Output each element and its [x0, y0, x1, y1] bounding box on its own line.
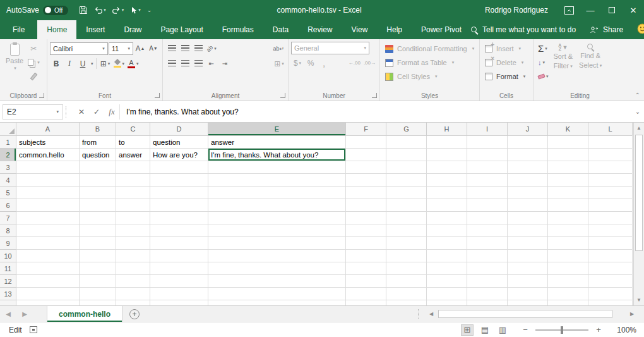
middle-align-button[interactable]: [179, 42, 191, 55]
cell-E5[interactable]: [208, 187, 346, 199]
row-header-4[interactable]: 4: [0, 174, 16, 187]
zoom-slider[interactable]: [535, 329, 588, 331]
cell-I5[interactable]: [467, 187, 508, 199]
accounting-format-button[interactable]: $▾: [291, 56, 304, 70]
tab-page-layout[interactable]: Page Layout: [151, 20, 212, 39]
close-button[interactable]: ✕: [623, 0, 644, 20]
cell-partial[interactable]: [80, 300, 116, 305]
cell-L12[interactable]: [588, 275, 633, 288]
horizontal-scroll-thumb[interactable]: [438, 310, 612, 318]
cell-D3[interactable]: [150, 161, 208, 174]
insert-function-button[interactable]: fx: [104, 104, 119, 119]
cell-L3[interactable]: [588, 161, 633, 174]
name-box[interactable]: E2 ▾: [3, 104, 63, 119]
tab-formulas[interactable]: Formulas: [213, 20, 263, 39]
underline-dropdown-icon[interactable]: ▾: [91, 61, 93, 66]
cell-G2[interactable]: [386, 149, 427, 161]
cell-F13[interactable]: [346, 288, 386, 300]
cell-F3[interactable]: [346, 161, 386, 174]
cell-E4[interactable]: [208, 174, 346, 187]
row-header-3[interactable]: 3: [0, 161, 16, 174]
cell-K4[interactable]: [548, 174, 588, 187]
zoom-level[interactable]: 100%: [612, 326, 636, 334]
bottom-align-button[interactable]: [192, 42, 205, 55]
tab-review[interactable]: Review: [298, 20, 342, 39]
percent-style-button[interactable]: %: [304, 56, 317, 70]
sheet-tab-common-hello[interactable]: common-hello: [47, 306, 122, 322]
cell-G8[interactable]: [386, 224, 427, 237]
cell-C1[interactable]: to: [116, 136, 150, 149]
cell-I3[interactable]: [467, 161, 508, 174]
cell-E12[interactable]: [208, 275, 346, 288]
cell-F9[interactable]: [346, 237, 386, 250]
cell-L5[interactable]: [588, 187, 633, 199]
number-dialog-launcher[interactable]: [372, 93, 377, 98]
cell-F5[interactable]: [346, 187, 386, 199]
borders-button[interactable]: ⊞▾: [99, 57, 112, 70]
cell-C4[interactable]: [116, 174, 150, 187]
cell-E7[interactable]: [208, 212, 346, 224]
previous-sheet-button[interactable]: ◀: [0, 306, 16, 322]
cell-G3[interactable]: [386, 161, 427, 174]
cell-partial[interactable]: [427, 300, 467, 305]
delete-cells-button[interactable]: × Delete ▾: [482, 56, 530, 70]
column-header-D[interactable]: D: [150, 123, 208, 136]
cell-E11[interactable]: [208, 262, 346, 275]
cell-B5[interactable]: [80, 187, 116, 199]
comma-style-button[interactable]: ,: [318, 56, 330, 70]
cell-C9[interactable]: [116, 237, 150, 250]
share-button[interactable]: Share: [590, 25, 623, 34]
enter-button[interactable]: ✓: [89, 104, 104, 119]
cell-J11[interactable]: [508, 262, 548, 275]
cell-D9[interactable]: [150, 237, 208, 250]
cell-G1[interactable]: [386, 136, 427, 149]
user-name[interactable]: Rodrigo Rodriguez: [485, 6, 548, 15]
cell-partial[interactable]: [386, 300, 427, 305]
clipboard-dialog-launcher[interactable]: [39, 93, 44, 98]
cell-K8[interactable]: [548, 224, 588, 237]
cell-J3[interactable]: [508, 161, 548, 174]
cell-B9[interactable]: [80, 237, 116, 250]
cell-A3[interactable]: [16, 161, 80, 174]
cell-J7[interactable]: [508, 212, 548, 224]
maximize-button[interactable]: [601, 0, 623, 20]
cell-A12[interactable]: [16, 275, 80, 288]
cell-D12[interactable]: [150, 275, 208, 288]
tab-data[interactable]: Data: [263, 20, 298, 39]
number-format-combo[interactable]: General▾: [291, 42, 369, 54]
cell-G5[interactable]: [386, 187, 427, 199]
format-painter-button[interactable]: [27, 70, 41, 83]
cell-I9[interactable]: [467, 237, 508, 250]
cell-D2[interactable]: How are you?: [150, 149, 208, 161]
autosave-pill[interactable]: Off: [43, 6, 68, 15]
cancel-button[interactable]: ✕: [74, 104, 89, 119]
cell-B4[interactable]: [80, 174, 116, 187]
scroll-right-icon[interactable]: ▶: [626, 309, 638, 319]
tab-insert[interactable]: Insert: [76, 20, 114, 39]
cell-I6[interactable]: [467, 199, 508, 212]
new-sheet-button[interactable]: +: [122, 306, 146, 322]
column-header-C[interactable]: C: [116, 123, 150, 136]
cell-E3[interactable]: [208, 161, 346, 174]
column-header-L[interactable]: L: [588, 123, 633, 136]
scroll-up-icon[interactable]: ▲: [634, 123, 644, 133]
row-header-11[interactable]: 11: [0, 262, 16, 275]
cell-L10[interactable]: [588, 250, 633, 262]
cell-B12[interactable]: [80, 275, 116, 288]
cell-J12[interactable]: [508, 275, 548, 288]
font-dialog-launcher[interactable]: [155, 93, 160, 98]
cell-C2[interactable]: answer: [116, 149, 150, 161]
cell-D10[interactable]: [150, 250, 208, 262]
cell-L2[interactable]: [588, 149, 633, 161]
tell-me-box[interactable]: Tell me what you want to do: [471, 25, 576, 34]
clear-button[interactable]: ▾: [536, 70, 551, 83]
cell-L4[interactable]: [588, 174, 633, 187]
cell-L1[interactable]: [588, 136, 633, 149]
formula-input[interactable]: I'm fine, thanks. What about you?: [119, 104, 631, 119]
column-header-A[interactable]: A: [16, 123, 80, 136]
cell-I8[interactable]: [467, 224, 508, 237]
alignment-dialog-launcher[interactable]: [280, 93, 285, 98]
select-all-button[interactable]: [0, 123, 16, 136]
collapse-ribbon-button[interactable]: ⌃: [635, 92, 640, 99]
decrease-indent-button[interactable]: ⇤: [205, 57, 218, 70]
